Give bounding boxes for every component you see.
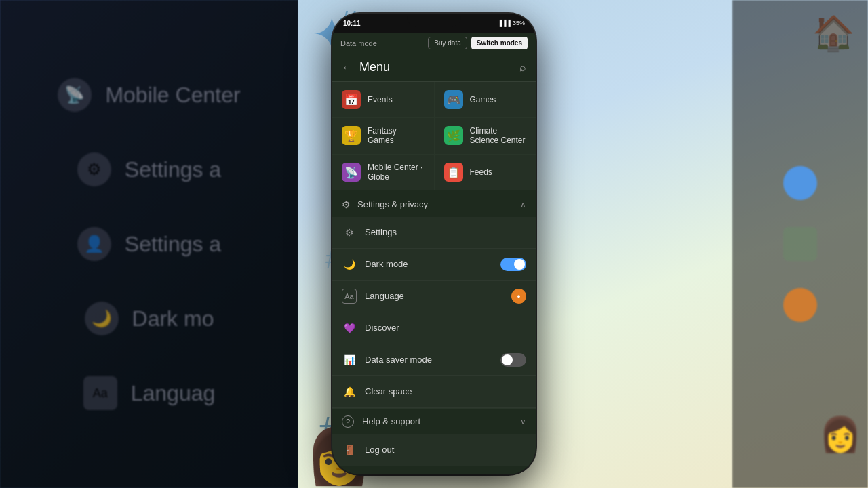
settings-privacy-section-header[interactable]: ⚙ Settings & privacy ∧	[332, 192, 536, 217]
language-icon: Aa	[342, 289, 357, 304]
bg-item-language: Aa Languag	[83, 376, 216, 410]
logout-icon: 🚪	[342, 443, 357, 458]
app-item-games[interactable]: 🎮 Games	[435, 82, 536, 117]
bg-item-settings2: 👤 Settings a	[77, 227, 221, 261]
feeds-icon: 📋	[444, 163, 463, 182]
data-mode-buttons: Buy data Switch modes	[428, 37, 528, 49]
logout-label: Log out	[365, 445, 394, 455]
bg-box1	[783, 227, 817, 261]
discover-menu-item[interactable]: 💜 Discover	[332, 312, 536, 344]
dark-mode-icon: 🌙	[342, 257, 357, 272]
fantasy-games-label: Fantasy Games	[368, 126, 425, 146]
bg-mobile-center-icon: 📡	[58, 78, 92, 112]
settings-item-icon: ⚙	[342, 225, 357, 240]
bg-item-mobile-center: 📡 Mobile Center	[58, 78, 240, 112]
menu-title: Menu	[359, 60, 390, 75]
clear-space-icon: 🔔	[342, 384, 357, 399]
app-item-events[interactable]: 📅 Events	[332, 82, 434, 117]
data-mode-label: Data mode	[340, 39, 377, 47]
dark-mode-label: Dark mode	[365, 259, 408, 269]
discover-item-left: 💜 Discover	[342, 321, 399, 336]
phone-frame: 10:11 ▐▐▐ 35% Data mode Buy data Switch …	[332, 14, 536, 474]
bg-mobile-center-text: Mobile Center	[105, 83, 240, 108]
data-saver-toggle-knob	[502, 354, 513, 365]
bg-darkmode-icon: 🌙	[85, 302, 119, 336]
phone-notch	[407, 14, 461, 27]
app-item-climate[interactable]: 🌿 Climate Science Center	[435, 118, 536, 154]
app-grid: 📅 Events 🎮 Games 🏆 Fantasy Games 🌿 Clima…	[332, 82, 536, 190]
phone-screen: 10:11 ▐▐▐ 35% Data mode Buy data Switch …	[332, 14, 536, 474]
bg-settings1-text: Settings a	[125, 157, 221, 182]
bg-language-text: Languag	[131, 381, 216, 406]
help-section-title: Help & support	[362, 416, 420, 426]
data-saver-icon: 📊	[342, 352, 357, 367]
menu-content: 📅 Events 🎮 Games 🏆 Fantasy Games 🌿 Clima…	[332, 82, 536, 474]
language-menu-item[interactable]: Aa Language ●	[332, 281, 536, 312]
bg-settings1-icon: ⚙	[77, 152, 111, 186]
games-icon: 🎮	[444, 90, 463, 109]
language-item-left: Aa Language	[342, 289, 404, 304]
settings-item-left: ⚙ Settings	[342, 225, 397, 240]
bg-person-icon: 👩	[819, 415, 861, 454]
fantasy-games-icon: 🏆	[342, 126, 361, 145]
search-button[interactable]: ⌕	[519, 62, 526, 74]
settings-section-icon: ⚙	[342, 199, 351, 210]
bg-darkmode-text: Dark mo	[132, 306, 214, 331]
settings-menu-item[interactable]: ⚙ Settings	[332, 217, 536, 249]
dark-mode-toggle[interactable]	[500, 258, 526, 271]
climate-icon: 🌿	[444, 126, 463, 145]
data-saver-toggle[interactable]	[500, 353, 526, 367]
battery-text: 35%	[513, 20, 525, 26]
bg-settings2-icon: 👤	[77, 227, 111, 261]
logout-menu-item[interactable]: 🚪 Log out	[332, 434, 536, 466]
clear-space-item-left: 🔔 Clear space	[342, 384, 412, 399]
menu-header-left: ← Menu	[342, 60, 390, 75]
bg-right-strip: 👩	[732, 0, 868, 488]
settings-privacy-header-left: ⚙ Settings & privacy	[342, 199, 428, 210]
language-label: Language	[365, 291, 404, 301]
settings-section-title: Settings & privacy	[357, 199, 428, 209]
settings-chevron-icon: ∧	[520, 200, 526, 209]
app-item-fantasy-games[interactable]: 🏆 Fantasy Games	[332, 118, 434, 154]
events-icon: 📅	[342, 90, 361, 109]
data-mode-bar: Data mode Buy data Switch modes	[332, 33, 536, 54]
discover-icon: 💜	[342, 321, 357, 336]
switch-modes-button[interactable]: Switch modes	[471, 37, 528, 49]
climate-label: Climate Science Center	[470, 126, 527, 146]
feeds-label: Feeds	[470, 167, 492, 177]
mobile-center-icon: 📡	[342, 163, 361, 182]
help-chevron-icon: ∨	[520, 417, 526, 426]
help-header-left: ? Help & support	[342, 415, 420, 428]
app-item-mobile-center[interactable]: 📡 Mobile Center · Globe	[332, 155, 434, 190]
help-section-header[interactable]: ? Help & support ∨	[332, 408, 536, 434]
bg-settings2-text: Settings a	[125, 232, 221, 257]
mobile-center-label: Mobile Center · Globe	[368, 163, 425, 182]
clear-space-menu-item[interactable]: 🔔 Clear space	[332, 376, 536, 408]
bg-orange-circle	[783, 288, 817, 322]
language-badge: ●	[511, 289, 526, 304]
bg-item-darkmode: 🌙 Dark mo	[85, 302, 214, 336]
clear-space-label: Clear space	[365, 386, 412, 396]
bg-item-settings1: ⚙ Settings a	[77, 152, 221, 186]
events-label: Events	[368, 95, 393, 104]
dark-mode-toggle-knob	[514, 259, 525, 270]
data-saver-menu-item[interactable]: 📊 Data saver mode	[332, 344, 536, 376]
dark-mode-menu-item[interactable]: 🌙 Dark mode	[332, 249, 536, 281]
back-button[interactable]: ←	[342, 62, 353, 74]
menu-header: ← Menu ⌕	[332, 54, 536, 82]
status-time: 10:11	[343, 20, 361, 27]
app-item-feeds[interactable]: 📋 Feeds	[435, 155, 536, 190]
bg-left-panel: 📡 Mobile Center ⚙ Settings a 👤 Settings …	[0, 0, 298, 488]
data-saver-label: Data saver mode	[365, 354, 432, 365]
bg-toggle-visual	[783, 166, 817, 200]
data-saver-item-left: 📊 Data saver mode	[342, 352, 432, 367]
games-label: Games	[470, 95, 496, 104]
help-icon: ?	[342, 415, 354, 428]
signal-icon: ▐▐▐	[498, 20, 511, 26]
bg-language-icon: Aa	[83, 376, 117, 410]
status-battery: ▐▐▐ 35%	[498, 20, 525, 26]
buy-data-button[interactable]: Buy data	[428, 37, 467, 49]
dark-mode-item-left: 🌙 Dark mode	[342, 257, 408, 272]
discover-label: Discover	[365, 323, 399, 333]
settings-item-label: Settings	[365, 227, 397, 237]
